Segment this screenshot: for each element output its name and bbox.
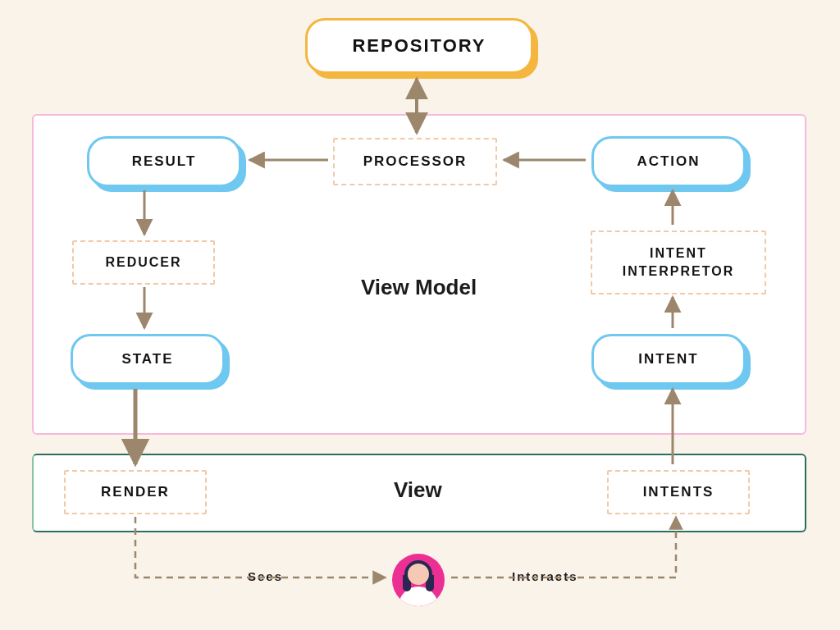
repository-label: REPOSITORY <box>352 35 486 57</box>
result-label: RESULT <box>132 153 197 170</box>
processor-label: PROCESSOR <box>363 153 468 171</box>
action-node: ACTION <box>591 136 746 187</box>
intent-interpretor-label: INTENT INTERPRETOR <box>623 244 734 280</box>
view-label: View <box>394 477 442 503</box>
state-node: STATE <box>71 334 225 385</box>
view-model-label: View Model <box>361 275 477 300</box>
user-avatar-icon <box>392 554 445 606</box>
repository-node: REPOSITORY <box>305 18 533 74</box>
diagram-stage: REPOSITORY RESULT PROCESSOR ACTION REDUC… <box>0 0 840 630</box>
intent-node: INTENT <box>591 334 746 385</box>
result-node: RESULT <box>87 136 241 187</box>
interacts-edge-label: Interacts <box>509 569 582 583</box>
intent-interpretor-node: INTENT INTERPRETOR <box>591 231 766 294</box>
intents-node: INTENTS <box>607 470 750 514</box>
processor-node: PROCESSOR <box>333 138 497 185</box>
sees-edge-label: Sees <box>244 569 286 583</box>
reducer-node: REDUCER <box>72 240 215 285</box>
intent-label: INTENT <box>638 351 698 368</box>
reducer-label: REDUCER <box>105 253 181 272</box>
action-label: ACTION <box>637 153 700 170</box>
render-label: RENDER <box>101 483 170 502</box>
state-label: STATE <box>121 351 173 368</box>
render-node: RENDER <box>64 470 207 514</box>
intents-label: INTENTS <box>643 483 714 502</box>
